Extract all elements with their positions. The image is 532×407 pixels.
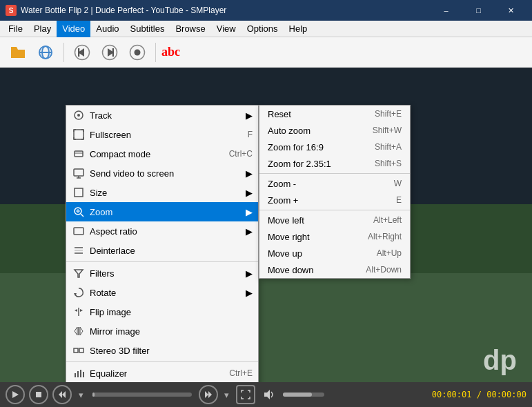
zm-sep2: [259, 210, 410, 210]
svg-text:dp: dp: [483, 345, 517, 375]
menu-browse[interactable]: Browse: [170, 21, 210, 37]
vm-aspect[interactable]: Aspect ratio ▶: [66, 221, 258, 241]
zm-down[interactable]: Move down Alt+Down: [259, 261, 410, 278]
next-button[interactable]: [97, 40, 122, 65]
menu-options[interactable]: Options: [242, 21, 284, 37]
close-button[interactable]: ✕: [495, 0, 526, 21]
menu-view[interactable]: View: [211, 21, 242, 37]
vm-sep1: [66, 261, 258, 262]
vm-fullscreen[interactable]: Fullscreen F: [66, 125, 258, 144]
stereo-icon: [72, 344, 86, 357]
prev-button[interactable]: [70, 40, 95, 65]
main-wrapper: abc dp Track ▶: [0, 37, 532, 407]
aspect-icon: [72, 224, 86, 238]
svg-marker-38: [80, 309, 83, 312]
folder-button[interactable]: [6, 40, 30, 65]
zm-left[interactable]: Move left Alt+Left: [259, 212, 410, 228]
rotate-icon: [72, 286, 86, 299]
vm-sep2: [66, 361, 258, 362]
deinterlace-icon: [72, 244, 86, 257]
zm-minus[interactable]: Zoom - W: [259, 175, 410, 192]
vm-filters[interactable]: Filters ▶: [66, 264, 258, 283]
menu-bar: File Play Video Audio Subtitles Browse V…: [0, 21, 532, 37]
svg-marker-34: [75, 270, 83, 277]
app-icon: S: [6, 5, 17, 16]
title-bar: S Water Bottle Flip 2 | Dude Perfect - Y…: [0, 0, 532, 21]
svg-marker-41: [80, 327, 83, 335]
content-area: dp Track ▶ Fullscreen F: [0, 68, 532, 382]
seek-fill: [92, 393, 95, 397]
menu-audio[interactable]: Audio: [90, 21, 124, 37]
rewind-dropdown[interactable]: ▾: [76, 388, 86, 401]
vm-zoom[interactable]: Zoom ▶: [66, 202, 258, 221]
screen-icon: [72, 166, 86, 180]
vm-compact[interactable]: Compact mode Ctrl+C: [66, 144, 258, 163]
window-title: Water Bottle Flip 2 | Dude Perfect - You…: [21, 6, 431, 15]
vm-flip[interactable]: Flip image: [66, 302, 258, 321]
vm-rotate[interactable]: Rotate ▶: [66, 283, 258, 302]
svg-rect-20: [75, 151, 83, 157]
svg-marker-64: [264, 390, 270, 399]
flip-icon: [72, 305, 86, 319]
vm-size[interactable]: Size ▶: [66, 183, 258, 202]
svg-marker-40: [75, 327, 77, 335]
window-controls: – □ ✕: [431, 0, 526, 21]
fullscreen-ctrl-button[interactable]: [236, 385, 255, 404]
filter-icon: [72, 266, 86, 280]
svg-rect-45: [77, 371, 79, 377]
menu-file[interactable]: File: [3, 21, 28, 37]
compact-icon: [72, 147, 86, 161]
time-display: 00:00:01 / 00:00:00: [432, 390, 526, 399]
svg-rect-22: [74, 169, 83, 176]
zm-16-9[interactable]: Zoom for 16:9 Shift+A: [259, 139, 410, 155]
svg-rect-42: [74, 348, 78, 353]
vm-send-screen[interactable]: Send video to screen ▶: [66, 163, 258, 183]
stop-ctrl-button[interactable]: [29, 385, 48, 404]
globe-button[interactable]: [33, 40, 58, 65]
zm-up[interactable]: Move up Alt+Up: [259, 245, 410, 261]
svg-rect-25: [75, 188, 83, 197]
zm-right[interactable]: Move right Alt+Right: [259, 228, 410, 245]
menu-subtitles[interactable]: Subtitles: [125, 21, 170, 37]
mirror-icon: [72, 324, 86, 338]
vm-stereo[interactable]: Stereo 3D filter: [66, 341, 258, 360]
maximize-button[interactable]: □: [463, 0, 494, 21]
zm-reset[interactable]: Reset Shift+E: [259, 106, 410, 122]
svg-line-27: [81, 214, 83, 217]
svg-rect-19: [74, 130, 83, 139]
svg-rect-30: [74, 228, 83, 235]
fullscreen-icon: [72, 128, 86, 141]
rewind-button[interactable]: [52, 385, 72, 404]
stop-button[interactable]: [125, 40, 150, 65]
svg-rect-43: [79, 348, 83, 353]
play-button[interactable]: [6, 385, 25, 404]
svg-text:S: S: [9, 7, 14, 14]
svg-rect-44: [75, 373, 76, 377]
svg-marker-61: [62, 391, 66, 398]
svg-marker-58: [12, 391, 19, 398]
video-menu: Track ▶ Fullscreen F Compact mode Ctrl+C: [66, 105, 259, 382]
vm-mirror[interactable]: Mirror image: [66, 321, 258, 341]
zm-auto[interactable]: Auto zoom Shift+W: [259, 122, 410, 139]
seek-bar[interactable]: [92, 393, 192, 397]
size-icon: [72, 186, 86, 199]
fastforward-button[interactable]: [199, 385, 218, 404]
vm-deinterlace[interactable]: Deinterlace: [66, 241, 258, 260]
menu-video[interactable]: Video: [57, 21, 90, 37]
ff-dropdown[interactable]: ▾: [222, 388, 232, 401]
menu-play[interactable]: Play: [28, 21, 57, 37]
separator: [63, 43, 64, 62]
svg-marker-60: [59, 391, 62, 398]
volume-bar[interactable]: [283, 393, 324, 397]
svg-point-12: [135, 49, 141, 55]
vm-track[interactable]: Track ▶: [66, 106, 258, 125]
zm-plus[interactable]: Zoom + E: [259, 192, 410, 208]
zoom-menu: Reset Shift+E Auto zoom Shift+W Zoom for…: [259, 105, 411, 279]
menu-help[interactable]: Help: [284, 21, 313, 37]
vm-equalizer[interactable]: Equalizer Ctrl+E: [66, 364, 258, 382]
svg-marker-62: [208, 391, 212, 398]
minimize-button[interactable]: –: [431, 0, 462, 21]
volume-icon[interactable]: [259, 385, 279, 404]
zm-2-35[interactable]: Zoom for 2.35:1 Shift+S: [259, 155, 410, 172]
svg-rect-46: [80, 370, 81, 377]
